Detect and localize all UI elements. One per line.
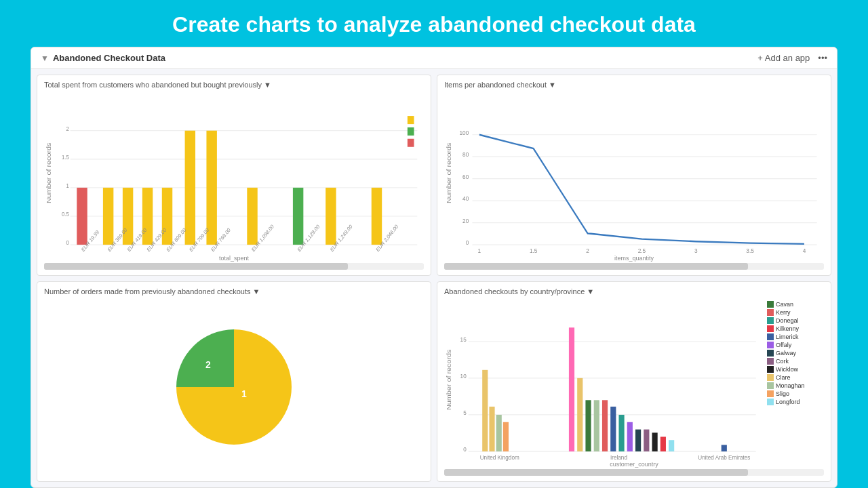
svg-rect-84 — [722, 445, 727, 451]
svg-rect-76 — [610, 406, 616, 451]
legend-item-cork: Cork — [767, 358, 820, 365]
svg-text:1: 1 — [66, 182, 68, 189]
dashboard-title: Abandoned Checkout Data — [53, 53, 165, 63]
svg-text:40: 40 — [462, 195, 469, 203]
svg-rect-79 — [635, 429, 641, 451]
legend-item-monaghan: Monaghan — [767, 382, 820, 389]
svg-rect-77 — [618, 414, 624, 451]
bottom-right-chart-area: Number of records 0 5 10 15 — [444, 298, 763, 462]
svg-text:4: 4 — [803, 247, 806, 255]
svg-text:10: 10 — [460, 372, 467, 380]
svg-text:3: 3 — [694, 247, 698, 255]
svg-text:2: 2 — [205, 359, 211, 370]
svg-rect-14 — [142, 188, 153, 245]
svg-text:United Kingdom: United Kingdom — [480, 453, 519, 461]
add-app-button[interactable]: + Add an app — [757, 53, 810, 63]
top-left-x-label: total_spent — [44, 255, 424, 262]
bottom-left-chart-title: Number of orders made from previously ab… — [44, 287, 424, 296]
bottom-left-chart-panel: Number of orders made from previously ab… — [37, 281, 431, 483]
legend-item-kilkenny: Kilkenny — [767, 325, 820, 332]
bottom-right-x-label: customer_country — [444, 461, 824, 468]
svg-text:Number of records: Number of records — [446, 349, 452, 410]
svg-rect-80 — [644, 429, 649, 451]
svg-text:0: 0 — [463, 445, 467, 453]
svg-text:80: 80 — [462, 151, 469, 159]
svg-rect-12 — [103, 188, 113, 245]
collapse-icon[interactable]: ▼ — [41, 54, 49, 63]
svg-text:Number of records: Number of records — [446, 142, 452, 203]
svg-text:Ireland: Ireland — [610, 453, 627, 461]
svg-rect-34 — [408, 127, 414, 136]
svg-rect-69 — [496, 414, 502, 451]
svg-text:1: 1 — [478, 247, 481, 255]
svg-rect-68 — [489, 406, 494, 451]
top-right-chart-panel: Items per abandoned checkout ▼ Number of… — [437, 75, 831, 276]
legend-item-sligo: Sligo — [767, 390, 820, 397]
legend-item-cavan: Cavan — [767, 301, 820, 308]
svg-rect-74 — [594, 400, 599, 451]
svg-rect-35 — [408, 139, 414, 147]
svg-text:Number of records: Number of records — [45, 142, 52, 203]
svg-rect-70 — [503, 422, 509, 451]
top-right-x-label: items_quantity — [444, 255, 824, 262]
svg-text:0.5: 0.5 — [62, 210, 69, 218]
svg-rect-82 — [660, 436, 666, 451]
svg-rect-78 — [627, 422, 633, 451]
svg-rect-33 — [408, 116, 414, 124]
bottom-left-chart-area: 1 2 — [44, 298, 424, 476]
legend-item-kerry: Kerry — [767, 309, 820, 316]
legend-item-limerick: Limerick — [767, 333, 820, 340]
svg-rect-67 — [482, 369, 488, 451]
svg-text:60: 60 — [462, 173, 469, 180]
svg-rect-81 — [652, 432, 658, 451]
bottom-right-content: Number of records 0 5 10 15 — [444, 298, 824, 462]
svg-text:100: 100 — [459, 129, 469, 136]
svg-rect-83 — [669, 440, 674, 451]
top-left-chart-panel: Total spent from customers who abandoned… — [37, 75, 431, 276]
svg-text:2.5: 2.5 — [638, 247, 646, 255]
svg-rect-72 — [577, 378, 583, 451]
svg-text:15: 15 — [460, 336, 467, 343]
svg-rect-21 — [372, 188, 382, 245]
legend-item-offaly: Offaly — [767, 342, 820, 348]
dashboard-title-area: ▼ Abandoned Checkout Data — [41, 53, 165, 63]
bottom-right-scrollbar[interactable] — [444, 469, 824, 476]
more-options-icon[interactable]: ••• — [818, 53, 827, 63]
top-right-chart-area: Number of records 0 20 40 60 80 100 — [444, 92, 824, 255]
svg-rect-15 — [162, 188, 172, 245]
legend-item-longford: Longford — [767, 399, 820, 405]
svg-text:United Arab Emirates: United Arab Emirates — [698, 453, 751, 461]
svg-rect-71 — [569, 327, 574, 451]
svg-rect-19 — [293, 188, 303, 245]
bottom-right-chart-panel: Abandoned checkouts by country/province … — [437, 281, 831, 483]
svg-text:2: 2 — [586, 247, 589, 255]
legend-item-galway: Galway — [767, 350, 820, 357]
charts-grid: Total spent from customers who abandoned… — [31, 69, 837, 487]
svg-rect-16 — [185, 131, 195, 245]
top-left-chart-title: Total spent from customers who abandoned… — [44, 81, 424, 89]
page-title: Create charts to analyze abandoned check… — [172, 0, 696, 47]
svg-text:1: 1 — [241, 388, 247, 399]
svg-text:1.5: 1.5 — [62, 153, 69, 161]
dashboard-header: ▼ Abandoned Checkout Data + Add an app •… — [31, 47, 837, 69]
dashboard-actions: + Add an app ••• — [757, 53, 827, 63]
top-right-scrollbar[interactable] — [444, 263, 824, 270]
svg-rect-75 — [602, 400, 608, 451]
svg-text:0: 0 — [66, 239, 68, 246]
bottom-right-legend: Cavan Kerry Donegal Kilkenny Limerick Of… — [763, 298, 824, 462]
svg-text:1.5: 1.5 — [530, 247, 538, 255]
top-left-chart-area: Number of records 0 0.5 1 1.5 2 — [44, 92, 424, 255]
legend-item-donegal: Donegal — [767, 317, 820, 324]
top-right-chart-title: Items per abandoned checkout ▼ — [444, 81, 824, 89]
legend-item-clare: Clare — [767, 374, 820, 381]
svg-text:5: 5 — [463, 409, 467, 416]
bottom-right-chart-title: Abandoned checkouts by country/province … — [444, 287, 824, 296]
top-left-scrollbar[interactable] — [44, 263, 424, 270]
svg-text:3.5: 3.5 — [746, 247, 754, 255]
svg-rect-11 — [77, 188, 87, 245]
svg-rect-18 — [247, 188, 257, 245]
svg-text:20: 20 — [462, 217, 469, 224]
svg-text:2: 2 — [66, 125, 68, 132]
svg-rect-73 — [585, 400, 591, 451]
svg-rect-17 — [206, 131, 216, 245]
